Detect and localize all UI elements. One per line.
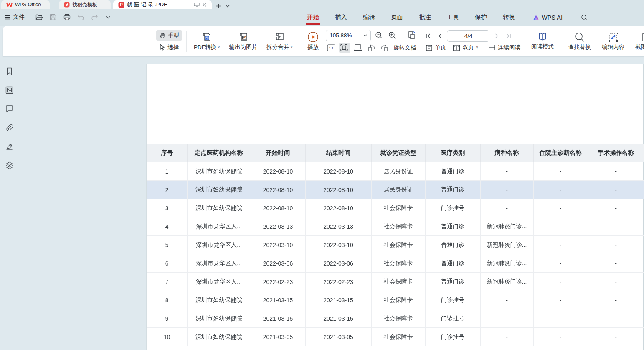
- next-page-icon[interactable]: [492, 31, 501, 41]
- table-cell: -: [588, 309, 644, 328]
- first-page-icon[interactable]: [423, 31, 433, 41]
- double-page-icon: [453, 44, 460, 51]
- table-cell: 2021-03-15: [305, 309, 371, 328]
- table-cell: -: [588, 254, 644, 273]
- export-image-label: 输出为图片: [229, 43, 258, 51]
- search-icon[interactable]: [579, 13, 589, 23]
- layers-icon[interactable]: [4, 160, 15, 171]
- actual-size-icon[interactable]: 1:1: [326, 43, 337, 53]
- svg-text:1:1: 1:1: [329, 46, 334, 50]
- hand-tool-label: 手型: [168, 32, 179, 39]
- table-cell: 社会保障卡: [371, 291, 425, 309]
- thumbnail-icon[interactable]: [4, 84, 15, 95]
- tab-list-chevron-icon[interactable]: [226, 5, 230, 8]
- zoom-in-icon[interactable]: [387, 30, 398, 41]
- left-sidebar: [0, 56, 18, 350]
- svg-text:P: P: [120, 3, 123, 7]
- new-tab-icon[interactable]: [216, 3, 221, 9]
- table-header-cell: 序号: [147, 144, 187, 162]
- table-cell: 新冠肺炎门诊...: [480, 217, 533, 236]
- continuous-read-button[interactable]: 连续阅读: [486, 43, 522, 52]
- single-page-button[interactable]: 单页: [423, 43, 448, 52]
- monitor-icon[interactable]: [194, 2, 200, 7]
- open-folder-icon[interactable]: [34, 12, 44, 22]
- comment-icon[interactable]: [4, 103, 15, 114]
- rotate-doc-label[interactable]: 旋转文档: [393, 44, 416, 51]
- table-cell: 2021-03-05: [305, 328, 371, 346]
- pdf-convert-button[interactable]: PDF转换˅: [191, 31, 223, 52]
- insert-pages-icon[interactable]: [406, 30, 417, 41]
- menu-tools[interactable]: 工具: [446, 12, 460, 23]
- export-image-button[interactable]: 输出为图片: [226, 31, 261, 52]
- tab-wps-office[interactable]: WPS Office: [1, 0, 50, 9]
- table-cell: 3: [147, 199, 187, 217]
- edit-content-label: 编辑内容: [602, 43, 624, 51]
- table-cell: 普通门诊: [425, 254, 480, 273]
- rotate-right-icon[interactable]: [379, 43, 390, 53]
- select-tool-label: 选择: [167, 43, 179, 51]
- find-replace-label: 查找替换: [568, 43, 591, 51]
- tab-docer-templates[interactable]: 找稻壳模板: [59, 0, 111, 9]
- split-merge-button[interactable]: 拆分合并˅: [264, 31, 296, 52]
- close-tab-icon[interactable]: [202, 3, 207, 7]
- menu-edit[interactable]: 编辑: [362, 12, 376, 23]
- medical-records-area: 序号定点医药机构名称开始时间结束时间就诊凭证类型医疗类别病种名称住院主诊断名称手…: [147, 144, 644, 346]
- table-cell: 2022-08-10: [251, 181, 305, 199]
- undo-icon[interactable]: [76, 12, 86, 22]
- table-cell: 2022-08-10: [251, 162, 305, 181]
- table-header-cell: 医疗类别: [425, 144, 480, 162]
- edit-content-icon: [608, 32, 619, 43]
- table-cell: 新冠肺炎门诊...: [480, 236, 533, 254]
- zoom-out-icon[interactable]: [373, 30, 384, 41]
- edit-content-button[interactable]: 编辑内容: [599, 31, 627, 52]
- more-commands-chevron-icon[interactable]: [103, 12, 113, 22]
- play-icon: [307, 31, 319, 43]
- last-page-icon[interactable]: [504, 31, 513, 41]
- print-icon[interactable]: [62, 12, 72, 22]
- wps-ai-label: WPS AI: [542, 14, 563, 21]
- table-cell: 2022-03-06: [251, 254, 305, 273]
- rotate-left-icon[interactable]: [366, 43, 377, 53]
- read-mode-label: 阅读模式: [531, 43, 554, 51]
- play-label: 播放: [307, 43, 319, 51]
- menu-page[interactable]: 页面: [390, 12, 404, 23]
- menu-convert[interactable]: 转换: [502, 12, 516, 23]
- bookmark-icon[interactable]: [4, 66, 15, 77]
- find-replace-button[interactable]: 查找替换: [565, 31, 594, 52]
- signature-icon[interactable]: [4, 141, 15, 152]
- fit-page-icon[interactable]: [339, 43, 350, 53]
- file-menu-button[interactable]: 文件: [3, 13, 26, 22]
- zoom-level-select[interactable]: 105.88%: [326, 30, 371, 41]
- play-button[interactable]: 播放: [304, 31, 322, 52]
- fit-width-icon[interactable]: [352, 43, 363, 53]
- menu-home[interactable]: 开始: [306, 12, 320, 23]
- table-cell: 社会保障卡: [371, 217, 425, 236]
- wps-ai-button[interactable]: WPS AI: [532, 14, 563, 21]
- table-cell: -: [533, 328, 588, 346]
- redo-icon[interactable]: [89, 12, 99, 22]
- attachment-icon[interactable]: [4, 122, 15, 133]
- chevron-down-icon: ˅: [290, 45, 293, 49]
- table-cell: -: [533, 199, 588, 217]
- pdf-page[interactable]: 序号定点医药机构名称开始时间结束时间就诊凭证类型医疗类别病种名称住院主诊断名称手…: [146, 64, 644, 350]
- wps-logo-icon: [6, 2, 13, 7]
- save-icon[interactable]: [48, 12, 58, 22]
- double-page-button[interactable]: 双页 ˅: [451, 43, 480, 52]
- prev-page-icon[interactable]: [435, 31, 444, 41]
- table-cell: 5: [147, 236, 187, 254]
- menu-comment[interactable]: 批注: [418, 12, 432, 23]
- read-mode-button[interactable]: 阅读模式: [528, 31, 557, 51]
- screenshot-compare-button[interactable]: 截图对比: [632, 31, 644, 52]
- select-tool-button[interactable]: 选择: [156, 42, 182, 52]
- table-cell: 社会保障卡: [371, 309, 425, 328]
- chevron-down-icon: ˅: [476, 46, 478, 50]
- table-cell: -: [480, 199, 533, 217]
- table-cell: 居民身份证: [371, 181, 425, 199]
- menu-insert[interactable]: 插入: [334, 12, 348, 23]
- table-cell: 新冠肺炎门诊...: [480, 273, 533, 291]
- menu-protect[interactable]: 保护: [474, 12, 488, 23]
- hand-tool-button[interactable]: 手型: [156, 30, 182, 41]
- tab-document[interactable]: P 就 医 记 录 .PDF: [113, 0, 212, 9]
- table-header-cell: 就诊凭证类型: [371, 144, 425, 162]
- page-number-input[interactable]: 4/4: [447, 30, 489, 42]
